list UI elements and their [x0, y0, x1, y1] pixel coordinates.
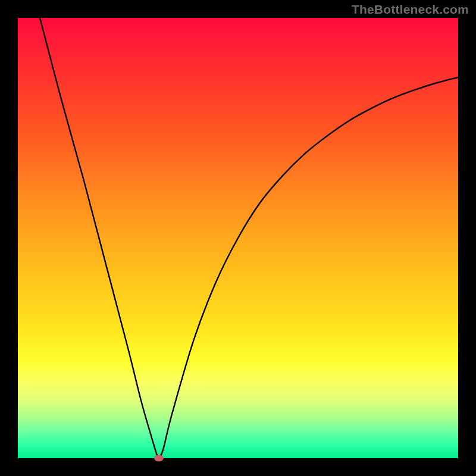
bottleneck-curve — [40, 18, 458, 458]
plot-area — [18, 18, 458, 458]
curve-svg — [18, 18, 458, 458]
chart-frame: TheBottleneck.com — [0, 0, 476, 476]
watermark-text: TheBottleneck.com — [352, 2, 469, 17]
minimum-marker — [154, 455, 164, 462]
